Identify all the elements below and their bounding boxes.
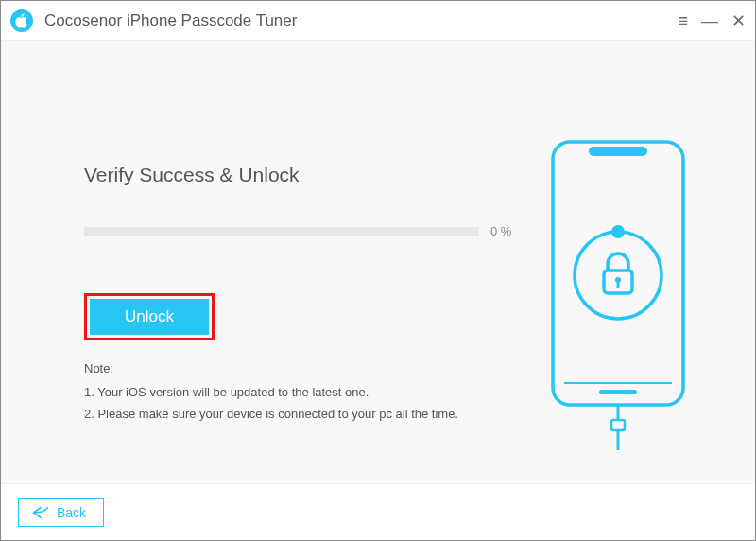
unlock-highlight-border: Unlock [84,293,215,340]
note-heading: Note: [84,361,519,375]
main-content: Verify Success & Unlock 0 % Unlock Note:… [1,41,755,483]
page-heading: Verify Success & Unlock [84,164,519,186]
app-title: Cocosenor iPhone Passcode Tuner [44,11,678,30]
minimize-icon[interactable]: — [701,12,718,29]
progress-bar [84,227,479,236]
svg-rect-0 [553,142,683,405]
svg-point-4 [575,232,662,319]
progress-row: 0 % [84,224,519,238]
window-controls: ≡ — ✕ [678,12,746,29]
back-label: Back [57,505,86,520]
svg-point-5 [611,225,625,238]
note-line-1: 1. Your iOS version will be updated to t… [84,385,519,399]
back-arrow-icon [32,506,49,519]
svg-rect-10 [611,420,625,430]
note-line-2: 2. Please make sure your device is conne… [84,407,519,421]
progress-percent: 0 % [490,224,511,238]
app-logo-icon [10,9,33,32]
unlock-button[interactable]: Unlock [90,299,209,335]
back-button[interactable]: Back [18,498,104,527]
left-panel: Verify Success & Unlock 0 % Unlock Note:… [84,41,519,428]
note-section: Note: 1. Your iOS version will be update… [84,361,519,421]
svg-rect-1 [589,147,647,156]
svg-rect-3 [599,390,637,394]
titlebar: Cocosenor iPhone Passcode Tuner ≡ — ✕ [1,1,755,41]
phone-illustration [547,138,689,454]
close-icon[interactable]: ✕ [731,12,746,29]
svg-rect-8 [617,281,620,288]
footer: Back [1,483,755,540]
menu-icon[interactable]: ≡ [678,12,688,29]
